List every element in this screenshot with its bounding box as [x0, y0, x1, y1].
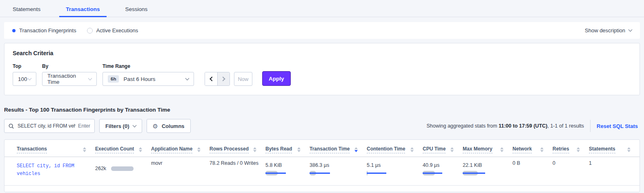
- time-back-button[interactable]: [205, 72, 217, 85]
- columns-label: Columns: [162, 123, 185, 129]
- view-toggle-band: Transaction Fingerprints Active Executio…: [4, 22, 640, 39]
- chevron-left-icon: [209, 76, 214, 81]
- search-enter-hint: Enter: [78, 123, 90, 129]
- retries-cell: 0: [553, 160, 555, 166]
- chevron-right-icon: [221, 76, 225, 81]
- by-label: By: [42, 63, 97, 69]
- columns-button[interactable]: ⚙ Columns: [147, 119, 191, 133]
- show-description-label: Show description: [585, 27, 625, 34]
- tab-statements[interactable]: Statements: [10, 1, 43, 17]
- top-field: Top 100: [13, 63, 36, 86]
- time-range-label: Time Range: [103, 63, 194, 69]
- radio-transaction-fingerprints[interactable]: Transaction Fingerprints: [12, 27, 76, 34]
- reset-sql-stats-link[interactable]: Reset SQL Stats: [597, 123, 638, 129]
- time-nav-group: [205, 72, 230, 86]
- query-search-box[interactable]: Enter: [4, 119, 95, 133]
- search-input[interactable]: [17, 123, 76, 129]
- column-header-network[interactable]: Network: [513, 140, 553, 157]
- sort-icon: [253, 147, 256, 153]
- column-header-cpu-time[interactable]: CPU Time: [423, 140, 463, 157]
- chevron-down-icon: [185, 76, 189, 80]
- sort-icon: [410, 147, 414, 153]
- sort-icon-active-desc: [354, 147, 358, 153]
- top-select[interactable]: 100: [13, 72, 36, 86]
- apply-button[interactable]: Apply: [262, 71, 291, 86]
- column-header-contention-time[interactable]: Contention Time: [367, 140, 423, 157]
- tab-sessions[interactable]: Sessions: [123, 1, 150, 17]
- show-description-toggle[interactable]: Show description: [585, 27, 632, 34]
- transactions-table: Transactions Execution Count Application…: [4, 140, 640, 186]
- view-radio-group: Transaction Fingerprints Active Executio…: [12, 27, 138, 34]
- sort-icon: [577, 147, 580, 153]
- time-range-field: Time Range 6h Past 6 Hours: [103, 63, 194, 86]
- chevron-down-icon: [132, 123, 136, 127]
- column-header-max-memory[interactable]: Max Memory: [463, 140, 513, 157]
- by-field: By Transaction Time: [42, 63, 97, 86]
- column-header-bytes-read[interactable]: Bytes Read: [265, 140, 310, 157]
- application-name-cell: movr: [151, 160, 163, 166]
- table-header-row: Transactions Execution Count Application…: [4, 140, 640, 157]
- column-header-statements[interactable]: Statements: [589, 140, 640, 157]
- bytes-read-cell: 5.8 KiB: [265, 157, 310, 186]
- page-tabs: Statements Transactions Sessions: [0, 0, 644, 17]
- sort-icon: [540, 147, 544, 153]
- stat-line: [423, 173, 442, 174]
- top-select-value: 100: [18, 76, 28, 82]
- column-header-transactions[interactable]: Transactions: [4, 140, 95, 157]
- count-bar: [111, 166, 134, 171]
- column-header-rows-processed[interactable]: Rows Processed: [209, 140, 265, 157]
- stats-time-range: 11:00 to 17:59 (UTC): [499, 123, 547, 129]
- chevron-down-icon: [88, 76, 92, 80]
- search-criteria-title: Search Criteria: [13, 50, 631, 56]
- aggregated-stats-text: Showing aggregated stats from 11:00 to 1…: [426, 123, 584, 129]
- stat-line: [310, 173, 330, 174]
- search-icon: [9, 123, 14, 129]
- column-header-application-name[interactable]: Application Name: [151, 140, 209, 157]
- time-forward-button[interactable]: [217, 72, 230, 85]
- now-button[interactable]: Now: [234, 72, 252, 86]
- tab-transactions[interactable]: Transactions: [59, 1, 106, 17]
- sort-icon: [83, 147, 86, 153]
- stat-line: [463, 173, 485, 174]
- contention-time-cell: 5.1 µs: [367, 157, 423, 186]
- sort-icon: [627, 147, 631, 153]
- sort-icon: [297, 147, 301, 153]
- radio-label: Active Executions: [96, 27, 138, 34]
- chevron-down-icon: [28, 76, 32, 80]
- max-memory-cell: 22.1 KiB: [463, 157, 513, 186]
- transaction-time-cell: 386.3 µs: [310, 157, 367, 186]
- column-header-execution-count[interactable]: Execution Count: [95, 140, 151, 157]
- sort-icon: [197, 147, 201, 153]
- results-heading: Results - Top 100 Transaction Fingerprin…: [4, 107, 640, 113]
- by-select[interactable]: Transaction Time: [42, 72, 97, 86]
- sort-icon: [139, 147, 142, 153]
- by-select-value: Transaction Time: [47, 73, 89, 85]
- time-range-select[interactable]: 6h Past 6 Hours: [103, 72, 194, 86]
- filters-button[interactable]: Filters (0): [99, 119, 142, 133]
- stat-line: [265, 173, 286, 174]
- divider: [590, 120, 591, 132]
- table-row: SELECT city, id FROM vehicles 262k movr …: [4, 157, 640, 186]
- time-range-badge: 6h: [108, 75, 119, 83]
- top-label: Top: [13, 63, 36, 69]
- radio-unselected-icon: [87, 28, 93, 34]
- statements-cell: 1: [589, 160, 592, 166]
- time-range-value: Past 6 Hours: [123, 76, 186, 82]
- column-header-retries[interactable]: Retries: [553, 140, 589, 157]
- network-cell: 0 B: [513, 160, 520, 166]
- cpu-time-cell: 40.9 µs: [423, 157, 463, 186]
- rows-processed-cell: 78.2 Reads / 0 Writes: [209, 160, 258, 166]
- radio-label: Transaction Fingerprints: [19, 27, 76, 34]
- radio-selected-icon: [12, 29, 16, 32]
- filters-label: Filters (0): [105, 123, 129, 129]
- chevron-down-icon: [628, 28, 633, 32]
- execution-count-cell: 262k: [95, 162, 147, 171]
- radio-active-executions[interactable]: Active Executions: [87, 27, 138, 34]
- sort-icon: [450, 147, 454, 153]
- results-toolbar: Enter Filters (0) ⚙ Columns Showing aggr…: [4, 119, 640, 133]
- transaction-fingerprint-link[interactable]: SELECT city, id FROM vehicles: [17, 162, 87, 178]
- stat-line: [367, 173, 386, 174]
- column-header-transaction-time[interactable]: Transaction Time: [310, 140, 367, 157]
- results-table-card: Transactions Execution Count Application…: [4, 139, 640, 192]
- sort-icon: [500, 147, 504, 153]
